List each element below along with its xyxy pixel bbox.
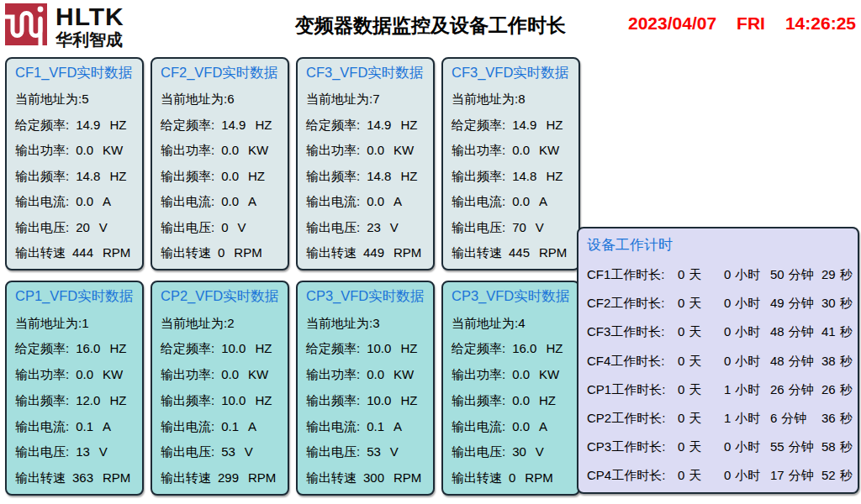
row-value: 0.0: [512, 393, 530, 407]
date-value: 2023/04/07: [628, 13, 716, 34]
data-row: 给定频率:16.0HZ: [15, 341, 135, 357]
row-label: 输出功率:: [161, 143, 214, 159]
timer-hours: 0小时: [724, 354, 770, 370]
data-row: 输出电流:0.0A: [15, 194, 135, 210]
row-unit: RPM: [539, 245, 567, 260]
row-label: 输出转速: [15, 470, 66, 486]
timer-label: CP4工作时长:: [587, 468, 678, 484]
row-unit: HZ: [400, 393, 417, 407]
panel-title: CF3_VFD实时数据: [306, 64, 425, 82]
timer-hours: 0小时: [724, 267, 770, 283]
row-value: 70: [512, 220, 526, 234]
row-unit: KW: [248, 367, 268, 381]
timer-minutes: 17分钟: [770, 468, 821, 484]
panel-title: CP3_VFD实时数据: [452, 287, 571, 306]
row-unit: RPM: [525, 470, 552, 485]
data-row: 输出频率:14.8HZ: [452, 169, 571, 185]
row-value: 0.0: [512, 419, 530, 433]
timer-seconds: 29秒: [821, 267, 854, 283]
row-unit: V: [238, 220, 246, 234]
row-unit: HZ: [400, 169, 417, 183]
data-row: 输出频率:10.0HZ: [306, 393, 425, 409]
row-value: 13: [76, 444, 90, 459]
data-row: 输出功率:0.0KW: [161, 143, 280, 159]
row-label: 输出频率:: [15, 393, 69, 409]
row-label: 输出转速: [306, 245, 357, 261]
row-value: 20: [76, 220, 90, 234]
row-value: 300: [363, 470, 384, 485]
row-value: 12.0: [76, 393, 100, 407]
timer-minutes: 55分钟: [770, 439, 821, 455]
data-row: 输出转速449RPM: [306, 245, 425, 261]
row-unit: HZ: [109, 393, 126, 407]
timer-days: 0天: [678, 411, 724, 427]
row-value: 445: [509, 245, 530, 260]
row-unit: A: [539, 419, 547, 433]
datetime-display: 2023/04/07 FRI 14:26:25: [628, 13, 856, 34]
row-label: 给定频率:: [161, 341, 214, 357]
data-row: 输出功率:0.0KW: [452, 143, 571, 159]
row-value: 14.8: [512, 169, 536, 183]
row-label: 输出电流:: [452, 194, 505, 210]
timer-row-cp4: CP4工作时长: 0天 0小时 17分钟 52秒: [587, 468, 854, 484]
panel-title: CF3_VFD实时数据: [452, 64, 571, 82]
row-label: 输出频率:: [161, 169, 214, 185]
row-value: 0: [509, 470, 515, 485]
row-value: 14.8: [367, 169, 391, 183]
row-label: 输出电流:: [306, 419, 360, 435]
data-row: 输出转速0RPM: [161, 245, 280, 261]
row-unit: HZ: [109, 169, 126, 183]
vfd-panel-cp3: CP3_VFD实时数据 当前地址为:3 给定频率:10.0HZ 输出功率:0.0…: [296, 281, 435, 496]
row-unit: KW: [103, 143, 123, 157]
row-unit: A: [103, 419, 111, 433]
timer-label: CF4工作时长:: [587, 354, 678, 370]
vfd-panel-cf1: CF1_VFD实时数据 当前地址为:5 给定频率:14.9HZ 输出功率:0.0…: [5, 57, 144, 270]
device-work-timer-panel: 设备工作计时 CF1工作时长: 0天 0小时 50分钟 29秒 CF2工作时长:…: [577, 227, 859, 494]
row-label: 输出转速: [452, 245, 502, 261]
row-label: 输出频率:: [306, 169, 360, 185]
data-row: 输出频率:14.8HZ: [306, 169, 425, 185]
address-line: 当前地址为:7: [306, 92, 425, 108]
row-value: 14.9: [512, 118, 536, 132]
row-label: 给定频率:: [452, 341, 505, 357]
row-unit: V: [99, 220, 108, 234]
address-line: 当前地址为:5: [15, 92, 135, 108]
row-label: 输出功率:: [15, 143, 69, 159]
row-unit: HZ: [109, 118, 126, 132]
row-unit: A: [248, 194, 256, 208]
row-unit: HZ: [255, 393, 272, 407]
address-line: 当前地址为:6: [161, 92, 280, 108]
row-label: 输出电流:: [161, 194, 214, 210]
data-row: 给定频率:14.9HZ: [452, 118, 571, 134]
timer-seconds: 26秒: [821, 382, 854, 398]
row-value: 30: [512, 444, 526, 459]
row-label: 输出电流:: [306, 194, 360, 210]
row-unit: KW: [248, 143, 268, 157]
data-row: 输出电流:0.0A: [306, 194, 425, 210]
row-unit: A: [394, 419, 402, 433]
timer-label: CP3工作时长:: [587, 439, 678, 455]
data-row: 输出电压:13V: [15, 444, 135, 460]
row-unit: KW: [103, 367, 123, 381]
timer-label: CF2工作时长:: [587, 296, 678, 312]
row-label: 给定频率:: [306, 118, 360, 134]
row-label: 输出功率:: [452, 143, 505, 159]
row-label: 输出转速: [306, 470, 357, 486]
row-label: 输出频率:: [306, 393, 360, 409]
timer-days: 0天: [678, 468, 724, 484]
row-unit: V: [390, 220, 399, 234]
row-label: 给定频率:: [15, 118, 69, 134]
timer-seconds: 52秒: [821, 468, 854, 484]
timer-seconds: 36秒: [821, 411, 854, 427]
timer-days: 0天: [678, 439, 724, 455]
timer-seconds: 30秒: [821, 296, 854, 312]
data-row: 输出电流:0.1A: [161, 419, 280, 435]
row-unit: KW: [539, 367, 559, 381]
address-line: 当前地址为:1: [15, 316, 135, 332]
row-unit: V: [536, 444, 544, 459]
timer-hours: 0小时: [724, 296, 770, 312]
timer-label: CP1工作时长:: [587, 382, 678, 398]
timer-row-cf1: CF1工作时长: 0天 0小时 50分钟 29秒: [587, 267, 854, 283]
data-row: 输出频率:10.0HZ: [161, 393, 280, 409]
data-row: 输出频率:0.0HZ: [452, 393, 571, 409]
